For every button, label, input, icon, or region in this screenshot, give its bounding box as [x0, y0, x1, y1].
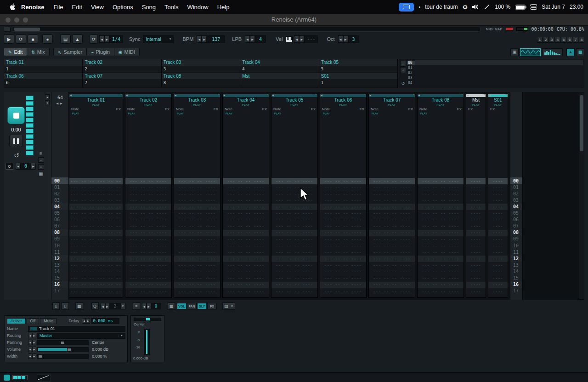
lpb-increase-icon[interactable]: ▶ [250, 35, 255, 43]
pattern-cell[interactable]: --- -- -- ---- [271, 256, 317, 262]
close-track-icon[interactable]: × [169, 93, 171, 96]
track-name-field[interactable]: Track 01 [28, 326, 125, 332]
sequence-row[interactable]: 03 [407, 75, 583, 80]
note-play-toggle[interactable]: PLAY [69, 112, 123, 115]
pattern-cell[interactable]: --- -- -- ---- [174, 191, 220, 197]
matrix-cell[interactable]: 4 [240, 66, 319, 73]
pattern-cell[interactable]: --- -- -- ---- [271, 230, 317, 236]
sequence-slot[interactable] [415, 75, 583, 80]
pattern-cell[interactable]: --- -- -- ---- [125, 268, 171, 275]
pattern-cell[interactable]: --- -- -- ---- [369, 230, 415, 236]
sidebar-increase-icon[interactable]: ▶ [31, 163, 36, 170]
matrix-cell[interactable]: Mst [240, 73, 319, 80]
vel-increase-icon[interactable]: ▶ [299, 35, 304, 43]
pattern-cell[interactable]: ---- [466, 243, 486, 249]
pattern-cell[interactable]: --- -- -- ---- [174, 288, 220, 295]
song-position-icon[interactable] [4, 27, 11, 32]
pattern-cell[interactable]: --- -- -- ---- [369, 178, 415, 184]
scrollbar-thumb[interactable] [580, 95, 583, 151]
pattern-cell[interactable]: ---- [466, 223, 486, 230]
collapse-track-icon[interactable]: ◀ [70, 94, 72, 97]
pattern-cell[interactable]: --- -- -- --- -- -- [69, 262, 123, 268]
pan-mini-handle[interactable] [146, 318, 150, 320]
pattern-cell[interactable]: --- -- -- ---- [223, 178, 269, 184]
pattern-cell[interactable]: --- -- -- ---- [125, 256, 171, 262]
pattern-cell[interactable]: ---- [488, 243, 508, 249]
metronome-button[interactable]: ▲ [72, 34, 83, 44]
pattern-cell[interactable]: --- -- -- ---- [418, 197, 464, 204]
toggle-vol-button[interactable]: VOL [177, 303, 187, 309]
matrix-cell[interactable]: Track 08 [162, 73, 240, 80]
pattern-cell[interactable]: --- -- -- ---- [223, 275, 269, 282]
pattern-cell[interactable]: --- -- -- ---- [271, 184, 317, 191]
pattern-cell[interactable]: --- -- -- ---- [418, 184, 464, 191]
matrix-cell[interactable] [240, 80, 319, 87]
matrix-cell[interactable]: 7 [83, 80, 161, 87]
preset-button-3[interactable]: 3 [549, 37, 554, 43]
track-color-bar[interactable]: ◀× [223, 94, 269, 97]
track-play-toggle[interactable]: PLAY [271, 103, 317, 107]
track-scope[interactable] [26, 118, 34, 122]
collapse-down-icon[interactable]: ▾ [45, 100, 50, 105]
pattern-cell[interactable]: --- -- -- ---- [223, 184, 269, 191]
pattern-cell[interactable]: --- -- -- ---- [271, 204, 317, 210]
matrix-cell[interactable]: Track 06 [4, 73, 83, 80]
sequence-loop-icon[interactable]: ↺ [401, 81, 405, 86]
control-center-icon[interactable] [530, 4, 537, 10]
pattern-cell[interactable]: --- -- -- ---- [418, 230, 464, 236]
lines-icon[interactable]: ≡ [40, 151, 42, 156]
pattern-cell[interactable]: --- -- -- ---- [418, 236, 464, 243]
pattern-cell[interactable]: --- -- -- ---- [320, 249, 366, 256]
pattern-cell[interactable]: --- -- -- ---- [369, 217, 415, 223]
pattern-cell[interactable]: --- -- -- ---- [369, 249, 415, 256]
pattern-cell[interactable]: --- -- -- --- -- -- [69, 249, 123, 256]
lpb-decrease-icon[interactable]: ◀ [245, 35, 250, 43]
quantize-menu-icon[interactable]: ▼ [121, 303, 125, 309]
pattern-cell[interactable]: ---- [488, 236, 508, 243]
pattern-cell[interactable]: --- -- -- ---- [174, 197, 220, 204]
pan-mini-slider[interactable] [134, 318, 161, 321]
pattern-cell[interactable]: --- -- -- ---- [418, 211, 464, 217]
pattern-cell[interactable]: --- -- -- --- -- -- [69, 268, 123, 275]
bpm-increase-icon[interactable]: ▶ [202, 35, 207, 43]
track-color-bar[interactable]: ◀× [271, 94, 317, 97]
pattern-cell[interactable]: --- -- -- ---- [125, 243, 171, 249]
pattern-cell[interactable]: ---- [466, 268, 486, 275]
pattern-cell[interactable]: --- -- -- ---- [125, 288, 171, 295]
pattern-cell[interactable]: --- -- -- ---- [369, 243, 415, 249]
matrix-cell[interactable]: S01 [319, 73, 397, 80]
pattern-length-value[interactable]: 64 [51, 95, 69, 100]
pattern-cell[interactable]: ---- [488, 211, 508, 217]
close-track-icon[interactable]: × [266, 93, 268, 96]
pattern-cell[interactable]: --- -- -- ---- [320, 191, 366, 197]
pattern-cell[interactable]: --- -- -- ---- [223, 217, 269, 223]
pattern-cell[interactable]: ---- [466, 288, 486, 295]
matrix-cell[interactable]: Track 07 [83, 73, 161, 80]
battery-icon[interactable] [515, 5, 526, 10]
track-state-off[interactable]: Off [27, 318, 40, 324]
pattern-cell[interactable]: --- -- -- ---- [125, 262, 171, 268]
preset-button-5[interactable]: 5 [561, 37, 566, 43]
vel-decrease-icon[interactable]: ◀ [294, 35, 299, 43]
track-play-toggle[interactable]: PLAY [488, 103, 508, 107]
pattern-cell[interactable]: --- -- -- ---- [369, 197, 415, 204]
vel-value[interactable]: --- [304, 35, 318, 43]
track-color-bar[interactable]: ◀× [174, 94, 220, 97]
width-decrease-icon[interactable]: ◀ [28, 353, 32, 359]
pattern-cell[interactable]: --- -- -- ---- [125, 217, 171, 223]
pattern-cell[interactable]: --- -- -- ---- [271, 262, 317, 268]
close-track-icon[interactable]: × [315, 93, 317, 96]
track-play-toggle[interactable]: PLAY [69, 103, 123, 107]
track-name[interactable]: Track 03 [174, 97, 220, 103]
pattern-cell[interactable]: --- -- -- ---- [223, 282, 269, 288]
collapse-track-icon[interactable]: ◀ [369, 94, 371, 97]
pattern-cell[interactable]: --- -- -- ---- [320, 275, 366, 282]
menubar-time[interactable]: 23.00 [570, 4, 583, 10]
note-play-toggle[interactable]: PLAY [271, 112, 317, 115]
track-play-toggle[interactable]: PLAY [466, 103, 486, 107]
image-icon[interactable]: ▣ [510, 48, 519, 56]
pattern-cell[interactable]: --- -- -- ---- [174, 230, 220, 236]
routing-select[interactable]: Master ▼ [37, 333, 125, 339]
gear-icon[interactable]: ⚙ [463, 4, 468, 11]
pattern-cell[interactable]: ---- [488, 275, 508, 282]
